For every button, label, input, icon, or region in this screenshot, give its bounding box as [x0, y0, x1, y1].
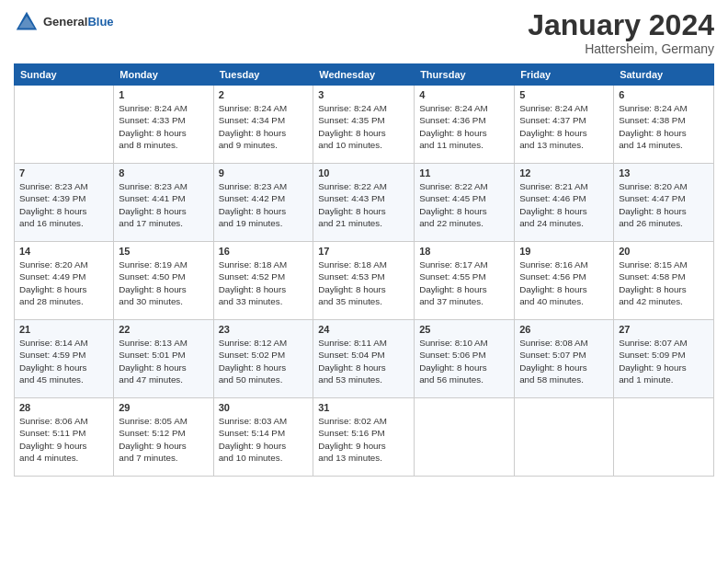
calendar-cell: 23Sunrise: 8:12 AMSunset: 5:02 PMDayligh…	[213, 320, 313, 398]
logo-blue: Blue	[87, 15, 113, 29]
day-number: 1	[119, 89, 208, 100]
logo-general: General	[43, 15, 87, 29]
day-number: 9	[219, 167, 309, 178]
day-number: 3	[318, 89, 409, 100]
calendar-cell: 10Sunrise: 8:22 AMSunset: 4:43 PMDayligh…	[313, 164, 415, 242]
calendar-cell: 12Sunrise: 8:21 AMSunset: 4:46 PMDayligh…	[515, 164, 614, 242]
day-info: Sunrise: 8:05 AMSunset: 5:12 PMDaylight:…	[119, 415, 208, 464]
calendar-cell	[614, 398, 714, 477]
day-info: Sunrise: 8:24 AMSunset: 4:35 PMDaylight:…	[318, 102, 409, 151]
day-info: Sunrise: 8:20 AMSunset: 4:47 PMDaylight:…	[619, 180, 709, 229]
calendar-week-row: 28Sunrise: 8:06 AMSunset: 5:11 PMDayligh…	[15, 398, 714, 477]
day-info: Sunrise: 8:20 AMSunset: 4:49 PMDaylight:…	[19, 259, 108, 307]
day-info: Sunrise: 8:24 AMSunset: 4:33 PMDaylight:…	[119, 102, 208, 151]
day-number: 11	[419, 167, 509, 178]
day-number: 8	[119, 167, 208, 178]
calendar-cell: 6Sunrise: 8:24 AMSunset: 4:38 PMDaylight…	[614, 86, 714, 164]
day-number: 16	[219, 246, 309, 257]
calendar-cell: 17Sunrise: 8:18 AMSunset: 4:53 PMDayligh…	[313, 242, 415, 320]
calendar-cell: 28Sunrise: 8:06 AMSunset: 5:11 PMDayligh…	[15, 398, 114, 477]
day-number: 23	[219, 324, 309, 335]
calendar-header-row: SundayMondayTuesdayWednesdayThursdayFrid…	[15, 64, 714, 86]
day-info: Sunrise: 8:08 AMSunset: 5:07 PMDaylight:…	[519, 337, 609, 385]
day-info: Sunrise: 8:07 AMSunset: 5:09 PMDaylight:…	[619, 337, 709, 385]
calendar-cell: 30Sunrise: 8:03 AMSunset: 5:14 PMDayligh…	[213, 398, 313, 477]
day-number: 2	[219, 89, 309, 100]
day-info: Sunrise: 8:12 AMSunset: 5:02 PMDaylight:…	[219, 337, 309, 385]
calendar-cell: 18Sunrise: 8:17 AMSunset: 4:55 PMDayligh…	[415, 242, 515, 320]
day-number: 25	[419, 324, 509, 335]
day-info: Sunrise: 8:24 AMSunset: 4:38 PMDaylight:…	[619, 102, 709, 151]
day-number: 22	[119, 324, 208, 335]
calendar-cell: 15Sunrise: 8:19 AMSunset: 4:50 PMDayligh…	[114, 242, 213, 320]
day-info: Sunrise: 8:22 AMSunset: 4:43 PMDaylight:…	[318, 180, 409, 229]
calendar-table: SundayMondayTuesdayWednesdayThursdayFrid…	[14, 63, 714, 477]
day-number: 6	[619, 89, 709, 100]
title-block: January 2024 Hattersheim, Germany	[528, 9, 714, 56]
logo-icon	[14, 9, 40, 35]
day-of-week-header: Thursday	[415, 64, 515, 86]
calendar-week-row: 21Sunrise: 8:14 AMSunset: 4:59 PMDayligh…	[15, 320, 714, 398]
day-info: Sunrise: 8:22 AMSunset: 4:45 PMDaylight:…	[419, 180, 509, 229]
calendar-cell: 16Sunrise: 8:18 AMSunset: 4:52 PMDayligh…	[213, 242, 313, 320]
day-number: 19	[519, 246, 609, 257]
calendar-cell: 14Sunrise: 8:20 AMSunset: 4:49 PMDayligh…	[15, 242, 114, 320]
calendar-week-row: 14Sunrise: 8:20 AMSunset: 4:49 PMDayligh…	[15, 242, 714, 320]
calendar-cell: 7Sunrise: 8:23 AMSunset: 4:39 PMDaylight…	[15, 164, 114, 242]
calendar-cell: 2Sunrise: 8:24 AMSunset: 4:34 PMDaylight…	[213, 86, 313, 164]
header: GeneralBlue January 2024 Hattersheim, Ge…	[14, 9, 714, 56]
day-info: Sunrise: 8:02 AMSunset: 5:16 PMDaylight:…	[318, 415, 409, 464]
day-number: 30	[219, 402, 309, 413]
day-number: 24	[318, 324, 409, 335]
day-number: 17	[318, 246, 409, 257]
day-number: 29	[119, 402, 208, 413]
day-info: Sunrise: 8:06 AMSunset: 5:11 PMDaylight:…	[19, 415, 108, 464]
day-info: Sunrise: 8:18 AMSunset: 4:53 PMDaylight:…	[318, 259, 409, 307]
calendar-cell: 8Sunrise: 8:23 AMSunset: 4:41 PMDaylight…	[114, 164, 213, 242]
day-number: 26	[519, 324, 609, 335]
day-info: Sunrise: 8:17 AMSunset: 4:55 PMDaylight:…	[419, 259, 509, 307]
logo: GeneralBlue	[14, 9, 114, 35]
day-info: Sunrise: 8:24 AMSunset: 4:34 PMDaylight:…	[219, 102, 309, 151]
day-info: Sunrise: 8:10 AMSunset: 5:06 PMDaylight:…	[419, 337, 509, 385]
day-number: 14	[19, 246, 108, 257]
calendar-cell: 9Sunrise: 8:23 AMSunset: 4:42 PMDaylight…	[213, 164, 313, 242]
day-number: 20	[619, 246, 709, 257]
calendar-cell: 29Sunrise: 8:05 AMSunset: 5:12 PMDayligh…	[114, 398, 213, 477]
calendar-cell: 4Sunrise: 8:24 AMSunset: 4:36 PMDaylight…	[415, 86, 515, 164]
day-number: 31	[318, 402, 409, 413]
day-info: Sunrise: 8:19 AMSunset: 4:50 PMDaylight:…	[119, 259, 208, 307]
day-info: Sunrise: 8:23 AMSunset: 4:42 PMDaylight:…	[219, 180, 309, 229]
day-number: 12	[519, 167, 609, 178]
day-info: Sunrise: 8:23 AMSunset: 4:41 PMDaylight:…	[119, 180, 208, 229]
day-of-week-header: Friday	[515, 64, 614, 86]
calendar-cell: 5Sunrise: 8:24 AMSunset: 4:37 PMDaylight…	[515, 86, 614, 164]
calendar-cell: 20Sunrise: 8:15 AMSunset: 4:58 PMDayligh…	[614, 242, 714, 320]
calendar-cell: 3Sunrise: 8:24 AMSunset: 4:35 PMDaylight…	[313, 86, 415, 164]
calendar-cell: 22Sunrise: 8:13 AMSunset: 5:01 PMDayligh…	[114, 320, 213, 398]
month-title: January 2024	[528, 9, 714, 41]
calendar-cell: 26Sunrise: 8:08 AMSunset: 5:07 PMDayligh…	[515, 320, 614, 398]
calendar-cell: 21Sunrise: 8:14 AMSunset: 4:59 PMDayligh…	[15, 320, 114, 398]
day-info: Sunrise: 8:14 AMSunset: 4:59 PMDaylight:…	[19, 337, 108, 385]
calendar-week-row: 7Sunrise: 8:23 AMSunset: 4:39 PMDaylight…	[15, 164, 714, 242]
day-of-week-header: Saturday	[614, 64, 714, 86]
calendar-cell: 19Sunrise: 8:16 AMSunset: 4:56 PMDayligh…	[515, 242, 614, 320]
day-info: Sunrise: 8:11 AMSunset: 5:04 PMDaylight:…	[318, 337, 409, 385]
day-number: 28	[19, 402, 108, 413]
day-info: Sunrise: 8:23 AMSunset: 4:39 PMDaylight:…	[19, 180, 108, 229]
day-info: Sunrise: 8:24 AMSunset: 4:36 PMDaylight:…	[419, 102, 509, 151]
day-number: 7	[19, 167, 108, 178]
calendar-week-row: 1Sunrise: 8:24 AMSunset: 4:33 PMDaylight…	[15, 86, 714, 164]
day-info: Sunrise: 8:13 AMSunset: 5:01 PMDaylight:…	[119, 337, 208, 385]
day-info: Sunrise: 8:15 AMSunset: 4:58 PMDaylight:…	[619, 259, 709, 307]
day-of-week-header: Wednesday	[313, 64, 415, 86]
day-of-week-header: Sunday	[15, 64, 114, 86]
calendar-cell: 1Sunrise: 8:24 AMSunset: 4:33 PMDaylight…	[114, 86, 213, 164]
day-of-week-header: Monday	[114, 64, 213, 86]
calendar-cell	[515, 398, 614, 477]
day-info: Sunrise: 8:03 AMSunset: 5:14 PMDaylight:…	[219, 415, 309, 464]
day-info: Sunrise: 8:18 AMSunset: 4:52 PMDaylight:…	[219, 259, 309, 307]
page: GeneralBlue January 2024 Hattersheim, Ge…	[0, 0, 728, 563]
day-number: 4	[419, 89, 509, 100]
